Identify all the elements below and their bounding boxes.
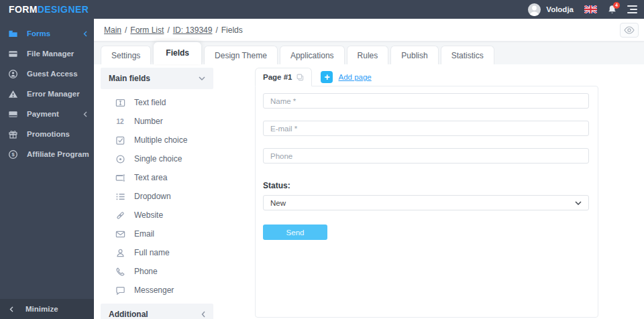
chevron-down-icon xyxy=(575,201,582,205)
sidebar-item-label: Guest Access xyxy=(27,70,87,78)
field-type-label: Messenger xyxy=(134,285,174,295)
sidebar-item-label: File Manager xyxy=(27,50,87,58)
field-type-full-name[interactable]: Full name xyxy=(101,243,213,262)
sidebar-item-file-manager[interactable]: File Manager xyxy=(0,44,94,64)
form-preview-card: Status: New Send xyxy=(255,86,598,318)
text-area-icon xyxy=(115,173,125,183)
list-icon xyxy=(115,192,125,202)
chevron-down-icon xyxy=(199,76,205,80)
phone-field[interactable] xyxy=(263,148,589,164)
status-label: Status: xyxy=(263,181,589,190)
avatar xyxy=(528,3,541,16)
radio-icon xyxy=(115,154,125,164)
person-icon xyxy=(115,248,125,258)
sidebar-item-guest-access[interactable]: Guest Access xyxy=(0,64,94,84)
duplicate-page-icon[interactable] xyxy=(297,74,304,81)
field-type-label: Text field xyxy=(134,98,166,107)
page-tab-label: Page #1 xyxy=(263,73,292,81)
breadcrumb-bar: Main/Form List/ID: 139349/Fields xyxy=(94,19,644,42)
field-type-number[interactable]: 12 Number xyxy=(101,112,213,131)
send-button[interactable]: Send xyxy=(263,225,327,240)
status-select[interactable]: New xyxy=(263,195,589,210)
affiliate-program-icon: $ xyxy=(8,149,18,160)
add-page-button[interactable]: + Add page xyxy=(321,71,371,83)
field-type-label: Multiple choice xyxy=(134,135,187,145)
field-type-email[interactable]: Email xyxy=(101,225,213,243)
tab-applications[interactable]: Applications xyxy=(280,46,345,64)
additional-fields-section-header[interactable]: Additional xyxy=(101,304,213,319)
field-type-label: Number xyxy=(134,117,163,126)
field-type-messenger[interactable]: Messenger xyxy=(101,281,213,300)
tab-rules[interactable]: Rules xyxy=(347,46,389,64)
breadcrumb-link-form-list[interactable]: Form List xyxy=(130,25,164,35)
breadcrumb-link-form-id[interactable]: ID: 139349 xyxy=(173,25,213,35)
text-field-icon xyxy=(115,98,125,108)
field-type-label: Website xyxy=(134,210,163,220)
breadcrumb-separator: / xyxy=(167,25,169,35)
field-type-single-choice[interactable]: Single choice xyxy=(101,149,213,168)
field-type-text-area[interactable]: Text area xyxy=(101,168,213,187)
field-type-phone[interactable]: Phone xyxy=(101,262,213,281)
add-page-label: Add page xyxy=(338,73,371,81)
sidebar-item-error-manager[interactable]: Error Manager xyxy=(0,84,94,104)
link-icon xyxy=(115,210,125,220)
user-menu[interactable]: Volodja xyxy=(528,3,574,16)
chevron-left-icon xyxy=(201,311,205,318)
field-type-text-field[interactable]: Text field xyxy=(101,93,213,112)
chevron-left-icon xyxy=(9,306,13,312)
breadcrumb-separator: / xyxy=(125,25,127,35)
chat-bubble-icon xyxy=(115,285,125,296)
breadcrumb-link-main[interactable]: Main xyxy=(104,25,121,35)
preview-button[interactable] xyxy=(620,23,639,38)
eye-icon xyxy=(624,26,635,34)
number-icon: 12 xyxy=(116,118,123,125)
sidebar-minimize-button[interactable]: Minimize xyxy=(0,299,94,319)
status-selected-value: New xyxy=(270,199,286,207)
field-type-multiple-choice[interactable]: Multiple choice xyxy=(101,131,213,149)
notification-count-badge: 4 xyxy=(613,2,620,9)
tab-design-theme[interactable]: Design Theme xyxy=(204,46,278,64)
sidebar-item-promotions[interactable]: Promotions xyxy=(0,124,94,144)
field-type-label: Email xyxy=(134,229,154,239)
app-root: FORMDESIGNER Volodja 4 Forms xyxy=(0,0,644,319)
sidebar-item-label: Affiliate Program xyxy=(27,150,89,158)
user-name: Volodja xyxy=(546,5,574,13)
language-flag-icon[interactable] xyxy=(584,5,597,13)
checkbox-icon xyxy=(115,135,125,145)
sidebar-item-label: Promotions xyxy=(27,130,87,138)
field-type-label: Dropdown xyxy=(134,192,171,201)
person-icon xyxy=(528,3,541,16)
file-manager-icon xyxy=(8,49,18,59)
main-fields-header-label: Main fields xyxy=(109,74,150,83)
logo-text-designer: DESIGNER xyxy=(38,4,89,15)
sidebar-item-forms[interactable]: Forms xyxy=(0,23,94,44)
page-tab-1[interactable]: Page #1 xyxy=(255,68,312,86)
tab-settings[interactable]: Settings xyxy=(101,46,151,64)
sidebar-item-payment[interactable]: Payment xyxy=(0,104,94,124)
name-field[interactable] xyxy=(263,93,589,109)
field-type-label: Full name xyxy=(134,248,170,257)
notifications-bell-icon[interactable]: 4 xyxy=(608,5,616,15)
sidebar: Forms File Manager Guest Access Error Ma… xyxy=(0,19,94,319)
main-fields-section-header[interactable]: Main fields xyxy=(101,68,213,89)
plus-icon: + xyxy=(321,71,333,83)
tab-fields[interactable]: Fields xyxy=(153,42,202,64)
minimize-label: Minimize xyxy=(25,305,58,313)
main-content: Main/Form List/ID: 139349/Fields Setting… xyxy=(94,19,644,319)
field-type-label: Single choice xyxy=(134,154,182,164)
email-field[interactable] xyxy=(263,121,589,136)
tab-bar: Settings Fields Design Theme Application… xyxy=(94,42,644,64)
field-type-website[interactable]: Website xyxy=(101,206,213,225)
chevron-left-icon xyxy=(83,31,87,37)
sidebar-item-label: Payment xyxy=(27,110,83,118)
breadcrumb-separator: / xyxy=(215,25,217,35)
logo-text-form: FORM xyxy=(9,4,38,15)
menu-toggle-icon[interactable] xyxy=(627,4,637,15)
app-logo[interactable]: FORMDESIGNER xyxy=(9,4,89,15)
breadcrumb-current: Fields xyxy=(221,25,243,35)
svg-text:$: $ xyxy=(11,151,15,157)
field-type-dropdown[interactable]: Dropdown xyxy=(101,187,213,206)
sidebar-item-affiliate-program[interactable]: $ Affiliate Program xyxy=(0,144,94,164)
tab-publish[interactable]: Publish xyxy=(390,46,438,64)
tab-statistics[interactable]: Statistics xyxy=(441,46,494,64)
